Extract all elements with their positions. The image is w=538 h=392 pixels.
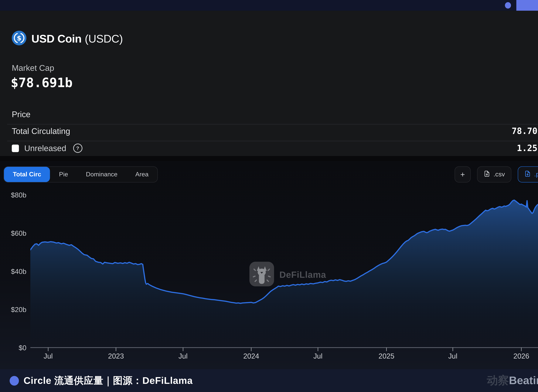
total-circulating-label: Total Circulating <box>12 126 70 136</box>
chart-tab-group: Total CircPieDominanceArea <box>4 166 158 182</box>
banner-accent-block <box>516 0 538 11</box>
chart-toolbar: Total CircPieDominanceArea + .csv .png <box>4 166 538 182</box>
top-banner <box>0 0 538 11</box>
file-download-icon <box>483 170 490 179</box>
defillama-usdc-page: $ USD Coin(USDC) Market Cap $78.691b Pri… <box>0 0 538 392</box>
download-png-button[interactable]: .png <box>518 166 538 182</box>
defillama-watermark: DeFiLlama <box>249 261 326 288</box>
section-gap <box>0 156 538 161</box>
x-axis-ticks <box>48 348 521 351</box>
add-chart-button[interactable]: + <box>455 166 471 182</box>
plus-icon: + <box>460 170 465 179</box>
png-button-label: .png <box>534 171 538 178</box>
divider <box>7 124 538 125</box>
screenshot-stage: $ USD Coin(USDC) Market Cap $78.691b Pri… <box>0 0 538 392</box>
price-value: $1 <box>538 109 538 119</box>
total-circulating-value: 78.702b <box>512 126 538 136</box>
y-tick-label: $20b <box>4 305 26 314</box>
unreleased-label: Unreleased <box>24 143 66 153</box>
file-download-icon <box>524 170 531 179</box>
y-tick-label: $60b <box>4 229 26 237</box>
download-csv-button[interactable]: .csv <box>477 166 511 182</box>
banner-dot-icon <box>505 2 511 9</box>
divider <box>7 141 538 141</box>
svg-text:$: $ <box>17 34 21 42</box>
beating-logo: 动察Beating <box>487 373 538 388</box>
coin-name: USD Coin <box>31 32 82 45</box>
brand-cn: 动察 <box>487 374 509 387</box>
help-icon[interactable]: ? <box>73 144 82 153</box>
usdc-logo-icon: $ <box>12 31 26 47</box>
y-tick-label: $40b <box>4 267 26 276</box>
unreleased-checkbox[interactable] <box>12 144 19 152</box>
tab-area[interactable]: Area <box>126 167 158 182</box>
csv-button-label: .csv <box>493 171 505 178</box>
unreleased-row: Unreleased ? 1.256b <box>12 142 538 154</box>
caption-bar: Circle 流通供应量｜图源：DeFiLlama 动察Beating <box>0 369 538 392</box>
defillama-llama-icon <box>249 261 274 288</box>
chart-panel: Total CircPieDominanceArea + .csv .png $… <box>0 161 538 369</box>
total-circulating-row: Total Circulating 78.702b <box>12 125 538 137</box>
coin-header: $ USD Coin(USDC) Market Cap $78.691b Pri… <box>0 11 538 156</box>
tab-total-circ[interactable]: Total Circ <box>4 167 50 182</box>
y-tick-label: $80b <box>4 191 26 199</box>
chart-actions: + .csv .png <box>455 166 538 182</box>
price-row: Price $1 <box>12 108 538 120</box>
market-cap-label: Market Cap <box>12 63 54 73</box>
watermark-text: DeFiLlama <box>279 270 326 280</box>
tab-pie[interactable]: Pie <box>50 167 77 182</box>
caption-text: Circle 流通供应量｜图源：DeFiLlama <box>23 374 193 387</box>
page-title: USD Coin(USDC) <box>31 32 123 45</box>
caption-dot-icon <box>10 376 19 385</box>
market-cap-value: $78.691b <box>11 75 73 90</box>
title-row: $ USD Coin(USDC) <box>12 31 123 47</box>
coin-symbol: (USDC) <box>85 32 123 45</box>
unreleased-value: 1.256b <box>517 143 538 153</box>
y-tick-label: $0 <box>4 343 26 352</box>
price-label: Price <box>12 109 30 119</box>
tab-dominance[interactable]: Dominance <box>77 167 126 182</box>
brand-en: Beating <box>509 374 538 387</box>
